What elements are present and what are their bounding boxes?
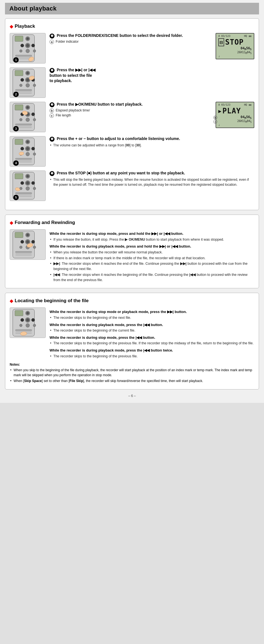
- locating-row: While the recorder is during stop mode o…: [10, 307, 254, 359]
- svg-rect-101: [15, 310, 23, 316]
- section-title-playback: Playback: [15, 24, 35, 29]
- device-image-4: 4: [10, 136, 46, 167]
- svg-rect-46: [15, 126, 32, 126]
- svg-rect-45: [15, 124, 32, 125]
- svg-point-6: [26, 44, 29, 47]
- step-3-label: ❸ Press the ▶OK/MENU button to start pla…: [50, 102, 212, 107]
- svg-point-94: [20, 246, 22, 249]
- svg-rect-28: [15, 90, 32, 91]
- loc-bold-2: While the recorder is during playback mo…: [50, 322, 254, 328]
- fw-bold-1: While the recorder is during stop mode, …: [50, 231, 254, 236]
- svg-text:2: 2: [15, 93, 17, 96]
- svg-point-78: [33, 187, 36, 190]
- svg-point-110: [33, 324, 36, 327]
- svg-point-54: [26, 141, 29, 143]
- svg-point-109: [20, 324, 22, 327]
- step-1-content: ❶ Press the FOLDER/INDEX/SCENE button to…: [50, 33, 254, 59]
- section-locating: ◆ Locating the beginning of the file: [5, 293, 259, 390]
- locating-text: While the recorder is during stop mode o…: [50, 307, 254, 359]
- svg-point-108: [26, 324, 30, 327]
- svg-point-44: [33, 118, 36, 121]
- step-5-label: ❺ Press the STOP (■) button at any point…: [50, 170, 254, 176]
- svg-point-76: [26, 187, 30, 190]
- notes-title: Notes:: [10, 362, 254, 367]
- svg-point-106: [26, 319, 29, 322]
- svg-rect-97: [15, 253, 32, 254]
- page: About playback ◆ Playback: [0, 0, 264, 403]
- step-2-label: ❷ Press the ▶▶| or |◀◀button to select t…: [50, 67, 254, 84]
- step-1-text: ❶ Press the FOLDER/INDEX/SCENE button to…: [50, 33, 212, 44]
- step-4-label: ❹ Press the + or − button to adjust to a…: [50, 136, 254, 142]
- device-image-2: 2: [10, 67, 46, 98]
- device-image-5: 5: [10, 170, 46, 201]
- svg-point-104: [20, 319, 24, 322]
- svg-point-42: [26, 118, 30, 122]
- fw-bullet-4: ▶▶|: The recorder stops when it reaches …: [50, 261, 254, 272]
- svg-point-8: [26, 49, 30, 53]
- device-image-3: 3: [10, 102, 46, 132]
- svg-point-72: [20, 181, 24, 185]
- svg-point-26: [20, 84, 22, 87]
- svg-rect-86: [15, 232, 23, 238]
- step-5-text: ❺ Press the STOP (■) button at any point…: [50, 170, 254, 187]
- svg-text:4: 4: [15, 161, 17, 165]
- step-row-1: 1 ❶ Press the FOLDER/INDEX/SCENE button …: [10, 33, 254, 63]
- note-item-2: When [Skip Space] set to other than [Fil…: [10, 378, 254, 383]
- svg-rect-12: [15, 57, 32, 58]
- step-3-content: ❸ Press the ▶OK/MENU button to start pla…: [50, 102, 254, 128]
- step-4-bullet: The volume can be adjusted within a rang…: [50, 143, 254, 148]
- forwarding-row: While the recorder is during stop mode, …: [10, 229, 254, 283]
- loc-bold-1: While the recorder is during stop mode o…: [50, 309, 254, 315]
- svg-point-37: [26, 106, 29, 109]
- svg-point-58: [32, 147, 35, 150]
- step-1-annotation-a: a Folder indicator: [50, 40, 212, 44]
- svg-rect-111: [15, 330, 32, 331]
- section-forwarding: ◆ Forwarding and Rewinding: [5, 215, 259, 288]
- svg-rect-62: [15, 158, 32, 160]
- step-5-bullet: This will stop the file being played bac…: [50, 177, 254, 187]
- forwarding-text: While the recorder is during stop mode, …: [50, 229, 254, 283]
- svg-point-95: [33, 246, 36, 249]
- svg-point-59: [26, 152, 30, 156]
- step-1-label: ❶ Press the FOLDER/INDEX/SCENE button to…: [50, 33, 212, 39]
- loc-bullet-4: The recorder skips to the beginning of t…: [50, 354, 254, 359]
- svg-rect-98: [15, 255, 32, 255]
- svg-text:5: 5: [15, 196, 17, 199]
- section-heading-forwarding: ◆ Forwarding and Rewinding: [10, 220, 254, 225]
- svg-rect-96: [15, 251, 32, 253]
- screen-display-3: A 03/123 HQ ▮▮ ▶ PLAY b 04M56S c: [216, 102, 254, 128]
- svg-text:3: 3: [15, 127, 17, 130]
- page-title-bar: About playback: [5, 3, 259, 14]
- svg-point-71: [26, 175, 29, 178]
- diamond-icon-2: ◆: [10, 220, 13, 225]
- svg-point-74: [26, 181, 29, 185]
- step-2-text: ❷ Press the ▶▶| or |◀◀button to select t…: [50, 67, 254, 85]
- fw-bold-2: While the recorder is during playback mo…: [50, 244, 254, 249]
- svg-point-43: [20, 118, 22, 121]
- svg-point-3: [26, 37, 29, 40]
- svg-rect-1: [15, 36, 23, 42]
- svg-rect-80: [15, 195, 32, 195]
- svg-point-7: [32, 44, 35, 47]
- svg-point-61: [33, 153, 36, 156]
- section-playback: ◆ Playback: [5, 18, 259, 210]
- svg-point-55: [20, 147, 24, 150]
- loc-bullet-2: The recorder skips to the beginning of t…: [50, 328, 254, 333]
- screen-display-1: A 03/123 HQ ▮▮ ⊟ STOP 04M56S 26H11M04S ♩: [216, 33, 254, 59]
- note-item-1: When you skip to the beginning of the fi…: [10, 368, 254, 378]
- svg-point-57: [26, 147, 29, 150]
- device-image-loc: [10, 307, 46, 338]
- svg-point-41: [32, 113, 35, 116]
- svg-point-27: [33, 84, 36, 87]
- svg-point-103: [26, 312, 29, 315]
- device-image-fw: [10, 229, 46, 260]
- svg-point-89: [20, 240, 24, 243]
- fw-bullet-2: When you release the button the recorder…: [50, 250, 254, 255]
- section-title-locating: Locating the beginning of the file: [15, 298, 89, 304]
- svg-point-88: [26, 234, 29, 236]
- fw-bullet-5: |◀◀: The recorder stops when it reaches …: [50, 272, 254, 283]
- svg-point-21: [20, 78, 24, 82]
- step-row-3: 3 ❸ Press the ▶OK/MENU button to start p…: [10, 102, 254, 132]
- svg-point-10: [33, 50, 36, 52]
- svg-point-75: [32, 181, 35, 185]
